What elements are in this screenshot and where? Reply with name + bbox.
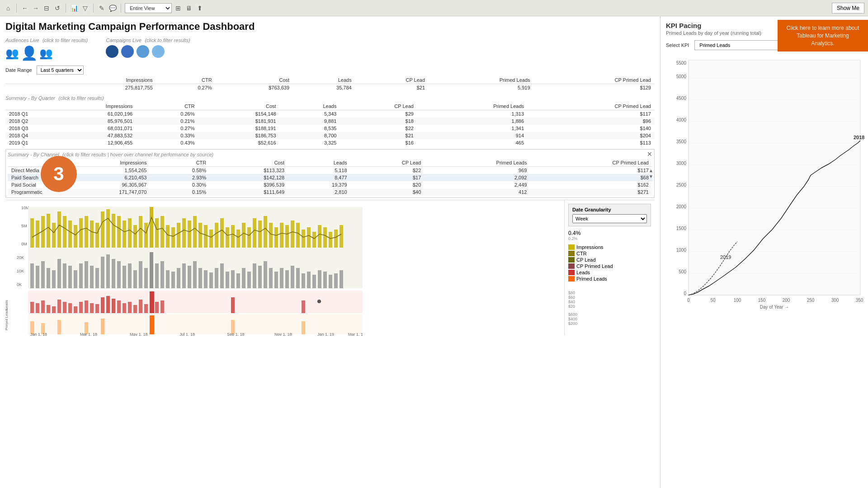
ch-cell-3-2: 0.15% — [150, 188, 210, 196]
x-tick-250: 250 — [807, 298, 815, 303]
filter-icon[interactable]: ▽ — [80, 4, 90, 13]
home-icon[interactable]: ⌂ — [4, 4, 13, 13]
imp-bar — [258, 221, 262, 248]
legend-impressions: Impressions — [568, 244, 651, 250]
leads-bar — [30, 302, 34, 313]
q-cell-3-3: $186,753 — [198, 132, 279, 139]
q-cell-0-0: 2018 Q1 — [5, 110, 37, 118]
q-cell-1-7: $96 — [528, 117, 655, 125]
q-col-cp-primed-lead: CP Primed Lead — [528, 103, 655, 110]
imp-bar — [123, 221, 126, 248]
leads-bar — [128, 302, 132, 313]
forward-icon[interactable]: → — [31, 4, 40, 13]
y-tick-4000: 4000 — [676, 117, 687, 122]
leads-bar — [95, 304, 99, 313]
ctr-axis-label2: 0.2% — [568, 236, 651, 241]
imp-bar — [144, 223, 148, 248]
imp-bar — [160, 216, 164, 248]
q-cell-4-3: $52,616 — [198, 139, 279, 146]
imp-bar — [242, 223, 245, 248]
legend-cp-primed-label: CP Primed Lead — [576, 263, 613, 269]
quarterly-row-2[interactable]: 2018 Q368,031,0710.27%$188,1918,535$221,… — [5, 125, 655, 132]
cta-button[interactable]: Click here to learn more about Tableau f… — [778, 20, 868, 52]
ch-cell-3-0: Programmatic — [8, 188, 53, 196]
channel-close-button[interactable]: ✕ — [647, 150, 652, 158]
x-tick-150: 150 — [758, 298, 766, 303]
leads-bar — [68, 303, 72, 313]
refresh-icon[interactable]: ↺ — [53, 4, 62, 13]
chart-legend-panel: Date Granularity Week 0.4% 0.2% Impressi… — [564, 200, 655, 336]
imp-bar — [323, 227, 327, 248]
quarterly-row-0[interactable]: 2018 Q161,020,1960.26%$154,1485,343$291,… — [5, 110, 655, 118]
quarterly-row-1[interactable]: 2018 Q285,976,5010.21%$181,9319,881$181,… — [5, 117, 655, 125]
imp-bar — [177, 223, 180, 248]
table-icon[interactable]: ⊞ — [174, 4, 183, 13]
q-cell-1-2: 0.21% — [136, 117, 198, 125]
show-me-button[interactable]: Show Me — [832, 3, 864, 14]
share-icon[interactable]: ⬆ — [195, 4, 204, 13]
audience-icon-3[interactable]: 👥 — [39, 47, 53, 60]
cost-bar — [128, 263, 132, 288]
back-icon[interactable]: ← — [20, 4, 29, 13]
tooltip-icon[interactable]: 💬 — [108, 4, 117, 13]
campaign-dot-4[interactable] — [152, 45, 165, 58]
quarterly-row-3[interactable]: 2018 Q447,883,5320.33%$186,7538,700$2191… — [5, 132, 655, 139]
ch-cell-3-7: $271 — [530, 188, 652, 196]
leads-bar — [85, 300, 88, 313]
campaign-dots[interactable] — [106, 45, 190, 58]
col-impressions: Impressions — [60, 76, 156, 84]
view-dropdown[interactable]: Entire View — [125, 3, 172, 13]
scroll-up-icon[interactable]: ▲ — [649, 168, 653, 173]
cost-bar — [285, 270, 289, 288]
channel-row-1[interactable]: Paid Search6,210,4532.93%$142,1288,477$1… — [8, 174, 652, 181]
ch-cell-1-7: $68 — [530, 174, 652, 181]
channel-row-0[interactable]: Direct Media1,554,2650.58%$113,3235,118$… — [8, 167, 652, 174]
ch-col-cp-lead: CP Lead — [351, 159, 425, 167]
channel-summary-section: Summary - By Channel (click to filter re… — [5, 149, 655, 198]
highlight-icon[interactable]: ✎ — [97, 4, 106, 13]
cost-bar — [52, 270, 56, 288]
layout-icon[interactable]: ⊟ — [42, 4, 51, 13]
monitor-icon[interactable]: 🖥 — [184, 4, 193, 13]
campaign-dot-1[interactable] — [106, 45, 118, 58]
audience-icon-2[interactable]: 👤 — [21, 45, 38, 61]
scroll-down-icon[interactable]: ▼ — [649, 174, 653, 179]
cost-bar — [334, 273, 338, 288]
leads-marker — [317, 300, 321, 303]
imp-bar — [133, 225, 137, 248]
cost-bar — [231, 270, 235, 288]
imp-bar — [52, 223, 56, 248]
cost-bar — [150, 252, 153, 288]
x-tick-0: 0 — [687, 298, 690, 303]
leads-bar — [106, 296, 110, 313]
q-cell-2-7: $140 — [528, 125, 655, 132]
ch-cell-2-6: 2,449 — [425, 181, 530, 188]
channel-row-3[interactable]: Programmatic171,747,0700.15%$111,6492,81… — [8, 188, 652, 196]
cost-bar — [226, 272, 229, 288]
legend-primed-leads-color — [568, 276, 575, 282]
date-range-dropdown[interactable]: Last 5 quarters — [37, 66, 84, 75]
imp-bar — [307, 227, 311, 248]
cost-bar — [68, 266, 72, 288]
audience-icons[interactable]: 👥 👤 👥 — [5, 45, 88, 61]
chart-icon[interactable]: 📊 — [70, 4, 79, 13]
campaign-dot-3[interactable] — [137, 45, 149, 58]
cost-bar — [329, 275, 332, 288]
imp-bar — [90, 221, 94, 248]
channel-row-2[interactable]: Paid Social96,305,9670.30%$396,53919,379… — [8, 181, 652, 188]
quarterly-header: Impressions CTR Cost Leads CP Lead Prime… — [5, 103, 655, 110]
date-granularity-dropdown[interactable]: Week — [572, 214, 647, 223]
ch-cell-1-3: $142,128 — [210, 174, 288, 181]
q-cell-4-0: 2019 Q1 — [5, 139, 37, 146]
cta-line1: Click here to learn more about — [785, 24, 861, 32]
cost-bar — [253, 263, 256, 288]
primed-bar-spike — [150, 315, 154, 334]
imp-bar — [68, 221, 72, 248]
audience-icon-1[interactable]: 👥 — [5, 47, 19, 60]
quarterly-row-4[interactable]: 2019 Q112,906,4550.43%$52,6163,325$16465… — [5, 139, 655, 146]
leads-bar — [155, 302, 159, 313]
campaign-dot-2[interactable] — [121, 45, 134, 58]
ch-cell-0-6: 969 — [425, 167, 530, 174]
page-title: Digital Marketing Campaign Performance D… — [5, 21, 655, 33]
q-cell-2-5: $22 — [340, 125, 417, 132]
